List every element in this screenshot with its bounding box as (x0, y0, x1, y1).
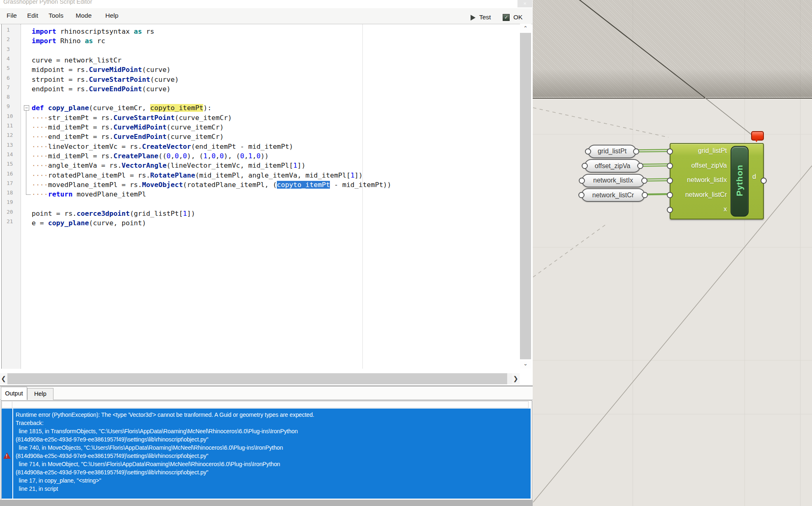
param-input-socket[interactable] (585, 148, 591, 155)
code-token: ···· (32, 171, 48, 179)
output-line: Traceback: (16, 419, 529, 427)
code-token: 0 (256, 152, 260, 160)
code-line[interactable]: ····rotatedPlane_itemPl = rs.RotatePlane… (32, 171, 363, 180)
code-token: return (48, 190, 73, 198)
python-component[interactable]: grid_listPtoffset_zipVanetwork_listIxnet… (670, 143, 764, 219)
code-token: (( (158, 152, 167, 160)
code-line[interactable]: ····mid_itemPt = rs.CurveMidPoint(curve_… (32, 122, 224, 132)
code-token: e = (32, 219, 48, 227)
code-token: as (134, 28, 142, 35)
param-output-socket[interactable] (637, 163, 643, 169)
param-label: offset_zipVa (595, 162, 631, 170)
code-token: str_itemPt = rs. (48, 114, 114, 122)
code-token: (curve_itemCr) (167, 133, 224, 141)
code-token: rotatedPlane_itemPl = rs. (48, 171, 150, 179)
horizontal-scrollbar[interactable]: ❮ ❯ (0, 373, 520, 384)
code-token: CurveMidPoint (89, 66, 142, 74)
code-token: movedPlane_itemPl (72, 190, 146, 198)
code-token: CurveEndPoint (114, 133, 167, 141)
menu-item-tools[interactable]: Tools (49, 12, 63, 19)
component-input-label: network_listCr (645, 191, 727, 199)
code-token: 1 (350, 171, 355, 179)
output-line: (814d908a-e25c-493d-97e9-ee3861957f49)\s… (16, 452, 529, 460)
scroll-left-icon[interactable]: ❮ (0, 373, 7, 384)
tab-output[interactable]: Output (1, 387, 27, 400)
code-line[interactable]: midpoint = rs.CurveMidPoint(curve) (32, 65, 171, 74)
code-token: ]) (355, 171, 363, 179)
code-line[interactable]: import rhinoscriptsyntax as rs (32, 27, 154, 36)
component-output-socket[interactable] (761, 178, 767, 184)
code-line[interactable]: import Rhino as rc (32, 36, 105, 46)
param-label: network_listIx (593, 177, 633, 184)
output-panel[interactable]: Runtime error (PythonException): The <ty… (1, 400, 532, 500)
output-line: Runtime error (PythonException): The <ty… (16, 411, 529, 419)
code-editor[interactable]: 123456789101112131415161718192021 – impo… (1, 24, 520, 369)
python-component-nameplate[interactable]: Python (731, 146, 749, 217)
code-line[interactable]: ····angle_itemVa = rs.VectorAngle(lineVe… (32, 161, 306, 170)
code-line[interactable]: curve = network_listCr (32, 55, 122, 65)
tab-help[interactable]: Help (27, 388, 53, 400)
param-capsule-offset_zipVa[interactable]: offset_zipVa (585, 159, 640, 173)
code-line[interactable]: ····lineVector_itemVc = rs.CreateVector(… (32, 142, 293, 151)
scroll-right-icon[interactable]: ❯ (512, 373, 519, 384)
code-token: import (32, 37, 56, 45)
fold-collapse-toggle[interactable]: – (24, 105, 29, 111)
code-token: as (85, 37, 93, 45)
code-token: coerce3dpoint (77, 210, 130, 217)
code-token: endpoint = rs. (32, 85, 89, 93)
code-line[interactable]: ····movedPlane_itemPl = rs.MoveObject(ro… (32, 180, 391, 189)
code-token: CurveMidPoint (114, 123, 167, 131)
code-token: ···· (32, 162, 48, 169)
error-text-selection[interactable]: Runtime error (PythonException): The <ty… (2, 409, 531, 499)
output-header-cell (12, 401, 529, 408)
param-capsule-grid_listPt[interactable]: grid_listPt (588, 145, 636, 158)
component-input-socket[interactable] (667, 207, 673, 213)
code-line[interactable]: e = copy_plane(curve, point) (32, 218, 146, 228)
code-token: copy_plane (48, 104, 89, 112)
param-input-socket[interactable] (578, 192, 585, 198)
code-line[interactable]: strpoint = rs.CurveStartPoint(curve) (32, 75, 179, 84)
code-token: (curve_itemCr) (175, 114, 232, 122)
component-input-socket[interactable] (667, 148, 673, 155)
window-title: Grasshopper Python Script Editor (3, 0, 92, 5)
code-line[interactable]: endpoint = rs.CurveEndPoint(curve) (32, 84, 171, 94)
code-line[interactable]: ····return movedPlane_itemPl (32, 189, 146, 199)
python-component-name: Python (735, 159, 745, 202)
code-token: (curve) (142, 85, 171, 93)
code-line[interactable]: ····mid_itemPl = rs.CreatePlane((0,0,0),… (32, 151, 269, 161)
param-input-socket[interactable] (579, 178, 585, 184)
menu-item-help[interactable]: Help (105, 12, 118, 19)
code-token: (mid_itemPl, angle_itemVa, mid_itemPl[ (195, 171, 350, 179)
code-token: end_itemPt = rs. (48, 133, 114, 141)
menu-item-edit[interactable]: Edit (27, 12, 38, 19)
component-input-socket[interactable] (667, 178, 673, 184)
code-token: (lineVector_itemVc, mid_itemPl[ (167, 162, 293, 169)
code-line[interactable]: ····str_itemPt = rs.CurveStartPoint(curv… (32, 113, 232, 122)
component-input-socket[interactable] (667, 163, 673, 169)
code-line[interactable]: def copy_plane(curve_itemCr, copyto_item… (32, 103, 211, 113)
menu-bar: FileEditToolsModeHelp Test ✓ OK (0, 8, 533, 24)
param-input-socket[interactable] (582, 163, 588, 169)
param-capsule-network_listIx[interactable]: network_listIx (582, 174, 645, 187)
param-output-socket[interactable] (633, 148, 639, 155)
code-token: MoveObject (142, 181, 183, 189)
menu-item-file[interactable]: File (7, 12, 17, 19)
scroll-down-icon[interactable]: ⌄ (520, 359, 531, 368)
param-capsule-network_listCr[interactable]: network_listCr (581, 188, 645, 202)
ok-button[interactable]: ✓ OK (500, 10, 531, 22)
code-line[interactable]: ····end_itemPt = rs.CurveEndPoint(curve_… (32, 132, 224, 141)
grasshopper-canvas[interactable]: grid_listPtoffset_zipVanetwork_listIxnet… (533, 0, 812, 506)
vertical-scroll-thumb[interactable] (520, 33, 531, 359)
code-token: ), ( (187, 152, 204, 160)
code-token: ]) (187, 210, 195, 217)
scroll-up-icon[interactable]: ⌃ (520, 24, 531, 33)
close-button[interactable]: × (517, 0, 532, 7)
code-line[interactable]: point = rs.coerce3dpoint(grid_listPt[1]) (32, 209, 195, 218)
horizontal-scroll-thumb[interactable] (7, 373, 507, 384)
test-button[interactable]: Test (467, 10, 499, 22)
error-balloon-icon[interactable] (751, 131, 764, 141)
code-token: , (216, 152, 220, 160)
vertical-scrollbar[interactable]: ⌃ ⌄ (520, 24, 531, 368)
menu-item-mode[interactable]: Mode (76, 12, 92, 19)
title-bar: Grasshopper Python Script Editor × (0, 0, 533, 8)
